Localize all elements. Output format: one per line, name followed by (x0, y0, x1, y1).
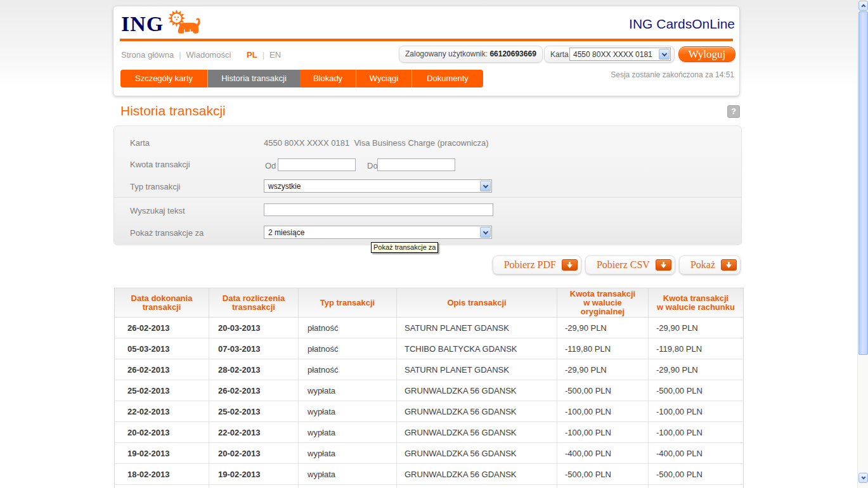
period-select-value: 2 miesiące (268, 228, 304, 237)
scroll-up-icon (861, 4, 865, 8)
transaction-cell: GRUNWALDZKA 56 GDANSK (397, 443, 557, 464)
transaction-cell: SATURN PLANET GDANSK (397, 318, 557, 338)
logged-in-label: Zalogowany użytkownik: (405, 49, 488, 58)
transaction-cell: GRUNWALDZKA 56 GDANSK (397, 401, 557, 422)
filter-period-label: Pokaż transakcje za (130, 228, 204, 238)
transaction-cell: GRUNWALDZKA 56 GDANSK (397, 464, 557, 485)
transaction-cell: płatność (299, 338, 397, 359)
card-selector-box: Karta 4550 80XX XXXX 0181 (544, 46, 675, 63)
download-csv-button[interactable]: Pobierz CSV (585, 255, 675, 274)
language-switcher: PL|EN (247, 50, 281, 60)
transaction-cell: -500,00 PLN (649, 464, 744, 485)
tab-wyci-gi[interactable]: Wyciągi (356, 70, 412, 87)
transaction-cell: 20-03-2013 (209, 318, 299, 338)
lang-pl-link[interactable]: PL (247, 50, 257, 60)
transaction-cell: 22-02-2013 (209, 422, 299, 443)
period-select-arrow-icon[interactable] (480, 227, 491, 238)
tab-bar: Szczegóły kartyHistoria transakcjiBlokad… (120, 70, 483, 87)
transaction-cell: 05-03-2013 (115, 338, 209, 359)
transaction-cell: GRUNWALDZKA 56 GDANSK (397, 422, 557, 443)
session-countdown: Sesja zostanie zakończona za 14:51 (611, 70, 734, 79)
filter-type-label: Typ transakcji (130, 182, 180, 191)
nav-home-link[interactable]: Strona główna (121, 50, 174, 60)
filter-card-label: Karta (130, 138, 150, 148)
transaction-cell: -100,00 PLN (557, 422, 649, 443)
top-nav: Strona główna|Wiadomości PL|EN (121, 50, 231, 60)
nav-messages-link[interactable]: Wiadomości (186, 50, 231, 60)
logout-button[interactable]: Wyloguj (678, 46, 735, 62)
transaction-cell: -119,80 PLN (649, 338, 744, 359)
period-tooltip: Pokaż transakcje za (371, 242, 438, 253)
transaction-cell (299, 485, 397, 488)
transaction-cell: -29,90 PLN (649, 359, 744, 380)
scrollbar-up-button[interactable] (858, 1, 868, 11)
type-select-arrow-icon[interactable] (480, 181, 491, 191)
transaction-cell: płatność (299, 359, 397, 380)
transaction-cell: wypłata (299, 401, 397, 422)
tab-blokady[interactable]: Blokady (300, 70, 356, 87)
card-select[interactable]: 4550 80XX XXXX 0181 (569, 48, 671, 61)
column-header: Data dokonania transakcji (115, 288, 209, 318)
amount-from-input[interactable] (278, 158, 356, 171)
transaction-cell: wypłata (299, 464, 397, 485)
period-select[interactable]: 2 miesiące (264, 226, 492, 239)
transaction-cell: -119,80 PLN (557, 338, 649, 359)
lang-en-link[interactable]: EN (269, 50, 281, 60)
transaction-cell: -400,00 PLN (557, 443, 649, 464)
transaction-cell: 20-02-2013 (115, 422, 209, 443)
tab-szczeg-y-karty[interactable]: Szczegóły karty (120, 70, 208, 87)
transaction-cell: TCHIBO BALTYCKA GDANSK (397, 338, 557, 359)
transaction-cell (209, 485, 299, 488)
transaction-cell (397, 485, 557, 488)
column-header: Typ transakcji (299, 288, 397, 318)
transaction-cell (557, 485, 649, 488)
transaction-row: 18-02-201319-02-2013wypłataGRUNWALDZKA 5… (115, 464, 744, 485)
amount-to-input[interactable] (377, 158, 455, 171)
vertical-scrollbar[interactable] (857, 0, 868, 488)
type-select[interactable]: wszystkie (264, 179, 492, 193)
download-pdf-button[interactable]: Pobierz PDF (493, 255, 581, 274)
transaction-cell: -29,90 PLN (649, 318, 744, 338)
tab-historia-transakcji[interactable]: Historia transakcji (208, 70, 300, 87)
transaction-cell: 20-02-2013 (209, 443, 299, 464)
page: ING ING CardsOnLine Strona główna|Wiadom… (0, 0, 868, 488)
scrollbar-down-button[interactable] (858, 473, 868, 483)
tab-dokumenty[interactable]: Dokumenty (412, 70, 483, 87)
transaction-cell: 26-02-2013 (115, 318, 209, 338)
page-title: Historia transakcji (120, 103, 226, 119)
header-card: ING ING CardsOnLine Strona główna|Wiadom… (113, 6, 740, 96)
download-pdf-label: Pobierz PDF (504, 259, 556, 271)
transaction-cell: -500,00 PLN (557, 380, 649, 401)
transaction-cell: 19-02-2013 (115, 443, 209, 464)
download-pdf-arrow-icon (562, 259, 578, 271)
card-select-arrow-icon[interactable] (659, 49, 670, 60)
column-header: Kwota transakcji w walucie oryginalnej (557, 288, 649, 318)
logged-in-box: Zalogowany użytkownik: 66120693669 (399, 46, 543, 63)
ing-lion-icon (168, 10, 201, 36)
transaction-row: 26-02-201328-02-2013płatnośćSATURN PLANE… (115, 359, 744, 380)
amount-to-label: Do (367, 161, 378, 170)
table-header: Data dokonania transakcjiData rozliczeni… (115, 288, 744, 318)
app-title: ING CardsOnLine (629, 16, 735, 32)
transaction-cell: -29,90 PLN (557, 359, 649, 380)
transaction-row: 05-03-201307-03-2013płatnośćTCHIBO BALTY… (115, 338, 744, 359)
transaction-cell: 26-02-2013 (115, 359, 209, 380)
lang-separator: | (262, 50, 264, 60)
transaction-cell: -400,00 PLN (649, 443, 744, 464)
transaction-cell: SATURN PLANET GDANSK (397, 359, 557, 380)
filter-card-value: 4550 80XX XXXX 0181 Visa Business Charge… (264, 138, 489, 148)
download-csv-arrow-icon (656, 259, 671, 271)
scroll-down-icon (861, 475, 865, 479)
download-csv-label: Pobierz CSV (597, 259, 650, 271)
actions-row: Pobierz PDF Pobierz CSV Pokaż (493, 255, 741, 274)
search-input[interactable] (264, 203, 493, 216)
amount-from-label: Od (265, 161, 276, 170)
transaction-row: 25-02-201326-02-2013wypłataGRUNWALDZKA 5… (115, 380, 744, 401)
transactions-table: Data dokonania transakcjiData rozliczeni… (114, 288, 744, 488)
transaction-cell: -500,00 PLN (649, 380, 744, 401)
transaction-cell: wypłata (299, 443, 397, 464)
transaction-cell: 25-02-2013 (115, 380, 209, 401)
scrollbar-thumb[interactable] (858, 11, 868, 355)
show-button[interactable]: Pokaż (679, 255, 741, 274)
help-button[interactable]: ? (727, 105, 740, 118)
